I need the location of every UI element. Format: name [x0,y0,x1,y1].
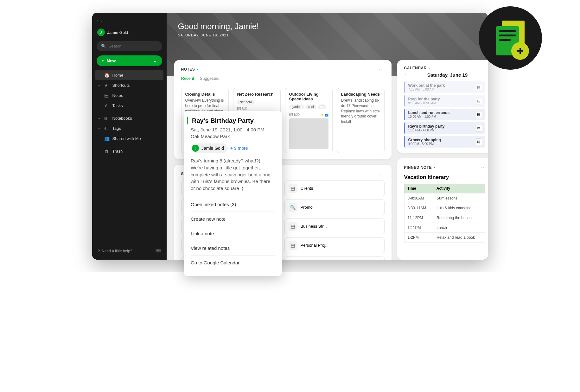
nav-tasks[interactable]: ✔Tasks [95,100,163,111]
popup-datetime: Sat, June 19, 2021, 1:00 - 4:00 PM [191,127,275,132]
event-time: 7:00 AM - 8:00 AM [408,88,445,91]
search-box[interactable]: 🔍 [97,41,162,51]
calendar-event[interactable]: Ray's birthday party1:00 PM - 4:00 PM⧉ [404,122,485,134]
chevron-right-icon: › [434,165,435,170]
nav-shared[interactable]: 👥Shared with Me [95,133,163,143]
pinned-note-panel: PINNED NOTE› ⋯ Vacation Itinerary TimeAc… [397,158,488,260]
back-arrow-icon[interactable]: ← [404,72,410,78]
tag: pool [305,104,316,109]
pinned-panel-title[interactable]: PINNED NOTE› [404,165,435,170]
keyboard-icon[interactable]: ⌨ [156,249,161,253]
itinerary-table: TimeActivity 8-8:30AMSurf lessons8:30-11… [404,184,485,243]
cell-activity: Lunch [433,223,485,233]
attendee-chip[interactable]: JJamie Gold [191,143,228,153]
more-attendees-link[interactable]: + 9 more [230,146,248,151]
note-time: 9/11/20 [289,113,300,117]
shortcut-item[interactable]: 🏷Leads [284,256,385,260]
event-title: Lunch and run errands [408,111,450,115]
nav-notes[interactable]: ▤Notes [95,90,163,100]
sidebar: ‹ › J Jamie Gold ⌄ 🔍 +New ⌄ 🏠Home ▸★Shor… [92,13,167,260]
star-icon: ★ [104,83,109,88]
tab-recent[interactable]: Recent [181,76,194,83]
note-add-icon[interactable]: ▤ [475,111,482,118]
note-icon: ▤ [289,222,297,231]
event-popup: Ray's Birthday Party Sat, June 19, 2021,… [184,111,282,272]
notes-tabs: Recent Suggested [181,76,385,83]
chevron-right-icon: › [197,67,198,72]
cell-activity: Luis & kids canoeing [433,203,485,213]
attendee-name: Jamie Gold [201,146,224,151]
calendar-event[interactable]: Lunch and run errands10:00 AM - 1:00 PM▤ [404,109,485,120]
account-switcher[interactable]: J Jamie Gold ⌄ [95,27,163,38]
table-row: 8-8:30AMSurf lessons [404,193,485,203]
note-add-icon[interactable]: ▤ [475,98,482,104]
nav-label: Shortcuts [112,83,130,88]
shared-icon: 👥 [325,113,328,117]
window-nav: ‹ › [95,16,163,27]
popup-action[interactable]: Link a note [191,226,275,241]
tag: +1 [318,104,326,109]
new-button[interactable]: +New ⌄ [97,55,162,66]
calendar-event[interactable]: Grocery shopping4:00PM - 5:00 PM▤ [404,136,485,148]
table-row: 8:30-11AMLuis & kids canoeing [404,203,485,213]
search-icon: 🔍 [289,203,297,212]
greeting: Good morning, Jamie! [178,22,477,31]
shortcut-item[interactable]: ▤Clients [284,180,385,196]
th-time: Time [404,184,433,193]
forward-arrow-icon[interactable]: › [101,18,103,23]
trash-icon: 🗑 [104,149,109,154]
popup-action[interactable]: View related notes [191,241,275,255]
table-row: 1-2PMRelax and read a book [404,233,485,243]
cell-time: 8-8:30AM [404,193,433,203]
back-arrow-icon[interactable]: ‹ [97,18,99,23]
notes-panel-title[interactable]: NOTES› [181,67,198,72]
nav-label: Tasks [112,103,123,108]
tag: Net Zero [237,100,255,104]
nav-label: Tags [112,126,121,131]
help-label[interactable]: Need a little help? [102,249,132,253]
copy-icon[interactable]: ⧉ [475,125,482,132]
calendar-panel-title[interactable]: CALENDAR› [404,66,430,70]
note-add-icon[interactable]: ▤ [475,84,482,91]
note-add-icon[interactable]: ▤ [475,138,482,145]
help-icon[interactable]: ? [98,249,100,253]
more-icon[interactable]: ⋯ [378,170,385,177]
calendar-event[interactable]: Work out at the park7:00 AM - 8:00 AM▤ [404,81,485,93]
new-button-label: New [107,58,116,63]
shortcut-item[interactable]: 🔍Promo [284,199,385,215]
calendar-date: Saturday, June 19 [427,72,468,78]
more-icon[interactable]: ⋯ [479,164,485,171]
calendar-event[interactable]: Prep for the party9:30 AM - 10:00 AM▤ [404,95,485,107]
event-title: Prep for the party [408,97,440,101]
popup-action[interactable]: Go to Google Calendar [191,255,275,270]
cell-time: 8:30-11AM [404,203,433,213]
open-linked-notes[interactable]: Open linked notes (3) [191,197,275,212]
cell-activity: Relax and read a book [433,233,485,243]
shortcut-item[interactable]: ▤Business Str... [284,218,385,234]
nav-shortcuts[interactable]: ▸★Shortcuts [95,80,163,90]
nav-home[interactable]: 🏠Home [95,70,163,80]
note-icon: ▤ [104,93,109,98]
star-icon: ★ [321,113,324,117]
tab-suggested[interactable]: Suggested [200,76,220,83]
nav-notebooks[interactable]: ▸▥Notebooks [95,113,163,123]
chevron-down-icon: ⌄ [131,30,133,35]
nav-trash[interactable]: 🗑Trash [95,146,163,156]
shortcut-item[interactable]: ▤Personal Proj... [284,237,385,253]
more-icon[interactable]: ⋯ [378,66,385,73]
shortcut-label: Clients [301,186,313,191]
table-row: 11-12PMRun along the beach [404,213,485,223]
popup-action[interactable]: Create new note [191,212,275,226]
event-title: Work out at the park [408,83,445,88]
nav-label: Notes [112,93,123,98]
search-icon: 🔍 [101,44,106,48]
nav-tags[interactable]: ▸🏷Tags [95,123,163,133]
note-card[interactable]: Landscaping Needs Drew's landscaping to-… [337,88,385,153]
tag: garden [289,104,304,109]
th-activity: Activity [433,184,485,193]
calendar-panel: CALENDAR› ← Saturday, June 19 Work out a… [397,60,488,153]
note-title: Closing Details [185,92,225,97]
search-input[interactable] [109,44,162,48]
popup-location: Oak Meadow Park [191,134,275,139]
note-card[interactable]: Outdoor Living Space Ideas gardenpool+1 … [285,88,333,153]
